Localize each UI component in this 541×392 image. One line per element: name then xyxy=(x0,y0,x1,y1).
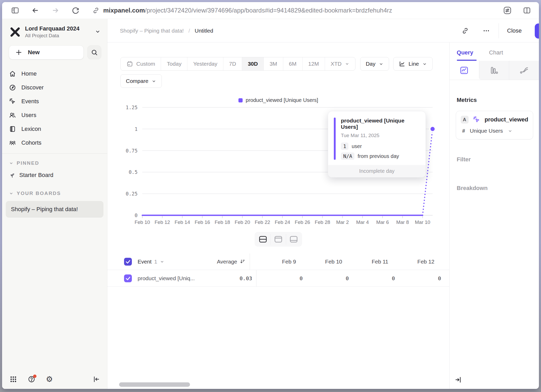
browser-sidebar-toggle-icon[interactable] xyxy=(11,6,19,15)
back-button[interactable] xyxy=(31,6,40,15)
sprout-icon xyxy=(9,172,16,179)
tooltip-footer: Incomplete day xyxy=(328,165,426,177)
sidebar: Lord Farquaad 2024 All Project Data New xyxy=(2,19,107,389)
insights-type-button[interactable] xyxy=(450,61,479,80)
granularity-dropdown[interactable]: Day xyxy=(360,57,389,71)
sidebar-item-home[interactable]: Home xyxy=(2,67,107,81)
events-icon xyxy=(473,116,481,124)
forward-button[interactable] xyxy=(51,6,60,15)
tab-chart[interactable]: Chart xyxy=(489,49,503,61)
date-range-12m[interactable]: 12M xyxy=(302,57,325,70)
tab-query[interactable]: Query xyxy=(457,49,477,61)
table-only-layout-button[interactable] xyxy=(287,233,301,245)
funnels-type-button[interactable] xyxy=(479,61,509,80)
legend-label: product_viewed [Unique Users] xyxy=(246,97,318,103)
new-button-label: New xyxy=(28,49,40,56)
share-link-button[interactable] xyxy=(462,27,469,34)
board-item-shopify[interactable]: Shopify – Piping that data! xyxy=(6,201,103,218)
row-average-value: 0.03 xyxy=(195,275,256,281)
filter-section-label: Filter xyxy=(457,156,532,163)
x-tick-label: Mar 10 xyxy=(411,219,434,225)
workspace-subtitle: All Project Data xyxy=(25,33,90,39)
workspace-name: Lord Farquaad 2024 xyxy=(25,25,90,32)
y-tick-label: 1 xyxy=(135,126,138,132)
metric-aggregation[interactable]: Unique Users xyxy=(470,128,503,134)
row-checkbox[interactable] xyxy=(124,274,132,282)
metric-card[interactable]: A product_viewed # Unique Users xyxy=(456,111,533,139)
chart-type-dropdown[interactable]: Line xyxy=(393,57,433,71)
workspace-switcher[interactable]: Lord Farquaad 2024 All Project Data xyxy=(2,19,107,39)
event-column-label: Event xyxy=(138,259,152,265)
view-layout-toggles xyxy=(255,232,302,247)
sidebar-item-users[interactable]: Users xyxy=(2,108,107,122)
sidebar-item-starter-board[interactable]: Starter Board xyxy=(2,172,107,179)
breadcrumb-board[interactable]: Shopify – Piping that data! xyxy=(120,28,184,34)
table-row[interactable]: product_viewed [Uniq... 0.03 0 0 0 0 xyxy=(107,270,449,287)
sidebar-footer: ⚙ xyxy=(2,375,107,389)
settings-gear-button[interactable]: ⚙ xyxy=(46,375,53,383)
chevron-down-icon xyxy=(345,62,349,66)
date-range-today[interactable]: Today xyxy=(161,57,187,70)
collapse-sidebar-button[interactable] xyxy=(93,375,100,383)
reload-button[interactable] xyxy=(71,6,80,15)
line-chart-box-icon xyxy=(459,65,469,75)
row-event-name: product_viewed [Uniq... xyxy=(138,275,195,281)
browser-customize-icon[interactable] xyxy=(503,6,512,15)
row-value: 0 xyxy=(349,275,395,281)
url-link-icon xyxy=(92,7,100,14)
split-view-icon[interactable] xyxy=(523,6,531,15)
your-boards-section-header[interactable]: YOUR BOARDS xyxy=(2,191,107,196)
pinned-section-header[interactable]: PINNED xyxy=(2,160,107,166)
events-icon xyxy=(9,98,16,105)
date-range-custom[interactable]: Custom xyxy=(121,57,161,70)
lexicon-icon xyxy=(9,125,16,133)
more-options-button[interactable] xyxy=(482,27,490,35)
chevron-down-icon[interactable] xyxy=(160,259,164,264)
chevron-down-icon xyxy=(379,62,384,66)
compare-label: Compare xyxy=(126,78,148,84)
date-column-header: Feb 9 xyxy=(250,259,296,265)
sidebar-item-lexicon[interactable]: Lexicon xyxy=(2,122,107,136)
breadcrumb-page[interactable]: Untitled xyxy=(195,28,213,34)
collapse-panel-button[interactable] xyxy=(454,376,462,385)
chart-only-layout-button[interactable] xyxy=(271,233,285,245)
date-column-header: Feb 11 xyxy=(342,259,388,265)
search-button[interactable] xyxy=(87,45,101,59)
hovered-data-point[interactable] xyxy=(430,126,435,132)
tab-label: Query xyxy=(457,49,474,56)
compare-dropdown[interactable]: Compare xyxy=(120,74,162,88)
url-bar[interactable]: mixpanel.com/project/3472420/view/397469… xyxy=(92,7,392,14)
date-range-xtd[interactable]: XTD xyxy=(325,57,355,70)
horizontal-scrollbar[interactable] xyxy=(119,382,190,387)
date-range-30d[interactable]: 30D xyxy=(242,57,264,70)
apps-grid-button[interactable] xyxy=(9,375,17,383)
pinned-label: PINNED xyxy=(17,160,39,166)
help-button[interactable] xyxy=(28,375,35,383)
sidebar-item-events[interactable]: Events xyxy=(2,94,107,108)
sidebar-item-discover[interactable]: Discover xyxy=(2,81,107,94)
date-range-3m[interactable]: 3M xyxy=(263,57,283,70)
sort-icon[interactable] xyxy=(240,259,245,265)
y-tick-label: 1.25 xyxy=(126,105,138,110)
flows-type-button[interactable] xyxy=(509,61,539,80)
date-range-7d[interactable]: 7D xyxy=(223,57,242,70)
sidebar-item-cohorts[interactable]: Cohorts xyxy=(2,136,107,150)
date-range-label: 6M xyxy=(289,61,297,67)
pinned-item-label: Starter Board xyxy=(19,172,53,179)
save-button-sliver[interactable] xyxy=(535,23,539,39)
split-layout-button[interactable] xyxy=(256,233,270,245)
date-range-yesterday[interactable]: Yesterday xyxy=(187,57,223,70)
your-boards-label: YOUR BOARDS xyxy=(17,191,61,196)
users-icon xyxy=(9,112,16,119)
chart-legend: product_viewed [Unique Users] xyxy=(107,97,449,103)
date-range-6m[interactable]: 6M xyxy=(283,57,302,70)
chart-plot[interactable]: Feb 10Feb 12Feb 14Feb 16Feb 18Feb 20Feb … xyxy=(142,107,433,225)
close-button[interactable]: Close xyxy=(507,27,522,34)
select-all-checkbox[interactable] xyxy=(124,258,132,266)
tab-label: Chart xyxy=(489,49,503,56)
tooltip-series-bar xyxy=(334,118,336,160)
sidebar-item-label: Home xyxy=(21,70,37,77)
date-range-label: Today xyxy=(167,61,181,67)
new-button[interactable]: New xyxy=(9,45,84,59)
metric-letter-chip: A xyxy=(461,116,469,124)
